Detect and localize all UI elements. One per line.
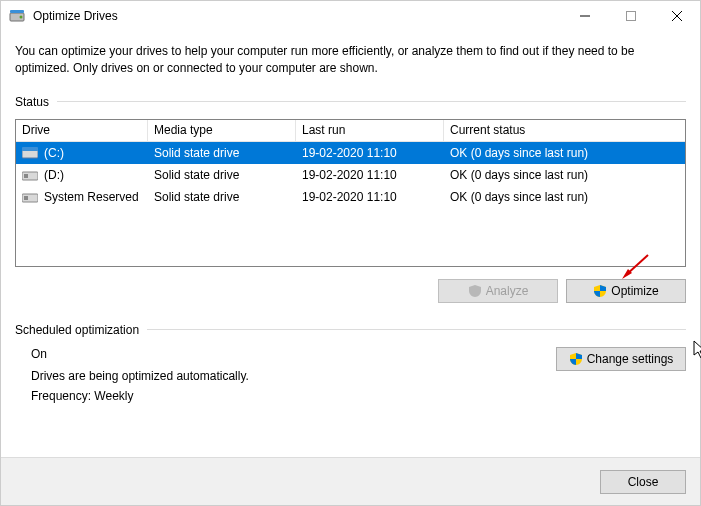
- intro-text: You can optimize your drives to help you…: [15, 43, 686, 77]
- titlebar: Optimize Drives: [1, 1, 700, 31]
- media-type: Solid state drive: [154, 146, 239, 160]
- table-row[interactable]: System Reserved Solid state drive 19-02-…: [16, 186, 685, 208]
- drives-listview[interactable]: Drive Media type Last run Current status…: [15, 119, 686, 267]
- change-settings-button[interactable]: Change settings: [556, 347, 686, 371]
- close-window-button[interactable]: [654, 1, 700, 31]
- footer: Close: [1, 457, 700, 505]
- scheduled-state: On: [31, 347, 540, 361]
- drive-icon: [22, 191, 38, 203]
- app-icon: [9, 8, 25, 24]
- svg-point-2: [20, 16, 23, 19]
- drive-name: System Reserved: [44, 190, 139, 204]
- last-run: 19-02-2020 11:10: [302, 146, 397, 160]
- divider: [147, 329, 686, 330]
- col-header-status[interactable]: Current status: [444, 120, 685, 141]
- optimize-button[interactable]: Optimize: [566, 279, 686, 303]
- window-title: Optimize Drives: [33, 9, 562, 23]
- drive-icon: [22, 147, 38, 159]
- table-row[interactable]: (C:) Solid state drive 19-02-2020 11:10 …: [16, 142, 685, 164]
- scheduled-header: Scheduled optimization: [15, 323, 686, 337]
- content-area: You can optimize your drives to help you…: [1, 31, 700, 409]
- drive-name: (C:): [44, 146, 64, 160]
- svg-rect-1: [10, 10, 24, 13]
- button-label: Analyze: [486, 284, 529, 298]
- last-run: 19-02-2020 11:10: [302, 168, 397, 182]
- svg-rect-4: [627, 12, 636, 21]
- drive-name: (D:): [44, 168, 64, 182]
- status-header: Status: [15, 95, 686, 109]
- svg-rect-12: [24, 196, 28, 200]
- cursor-icon: [693, 340, 701, 363]
- svg-marker-14: [622, 269, 632, 279]
- col-header-drive[interactable]: Drive: [16, 120, 148, 141]
- button-label: Change settings: [587, 352, 674, 366]
- analyze-button: Analyze: [438, 279, 558, 303]
- button-label: Close: [628, 475, 659, 489]
- media-type: Solid state drive: [154, 168, 239, 182]
- shield-icon: [569, 352, 583, 366]
- scheduled-label: Scheduled optimization: [15, 323, 147, 337]
- scheduled-freq: Frequency: Weekly: [31, 389, 540, 403]
- current-status: OK (0 days since last run): [450, 146, 588, 160]
- shield-icon: [468, 284, 482, 298]
- scheduled-block: On Drives are being optimized automatica…: [15, 347, 686, 409]
- minimize-button[interactable]: [562, 1, 608, 31]
- svg-rect-10: [24, 174, 28, 178]
- divider: [57, 101, 686, 102]
- table-row[interactable]: (D:) Solid state drive 19-02-2020 11:10 …: [16, 164, 685, 186]
- shield-icon: [593, 284, 607, 298]
- svg-rect-8: [22, 147, 38, 151]
- svg-rect-7: [22, 150, 38, 158]
- current-status: OK (0 days since last run): [450, 190, 588, 204]
- listview-header[interactable]: Drive Media type Last run Current status: [16, 120, 685, 142]
- maximize-button[interactable]: [608, 1, 654, 31]
- button-label: Optimize: [611, 284, 658, 298]
- scheduled-desc: Drives are being optimized automatically…: [31, 369, 540, 383]
- last-run: 19-02-2020 11:10: [302, 190, 397, 204]
- col-header-last[interactable]: Last run: [296, 120, 444, 141]
- action-buttons: Analyze Optimize: [15, 279, 686, 303]
- status-label: Status: [15, 95, 57, 109]
- media-type: Solid state drive: [154, 190, 239, 204]
- current-status: OK (0 days since last run): [450, 168, 588, 182]
- drive-icon: [22, 169, 38, 181]
- col-header-media[interactable]: Media type: [148, 120, 296, 141]
- close-button[interactable]: Close: [600, 470, 686, 494]
